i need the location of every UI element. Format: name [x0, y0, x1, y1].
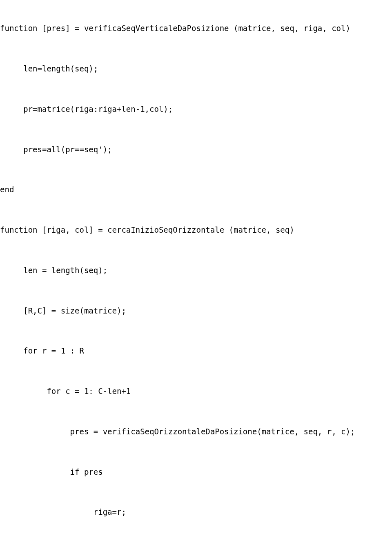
- code-line: riga=r;: [0, 507, 392, 517]
- code-line: if pres: [0, 467, 392, 477]
- code-line: function [pres] = verificaSeqVerticaleDa…: [0, 23, 392, 33]
- code-line: pres = verificaSeqOrizzontaleDaPosizione…: [0, 427, 392, 437]
- code-line: end: [0, 185, 392, 195]
- code-line: pr=matrice(riga:riga+len-1,col);: [0, 104, 392, 114]
- code-line: for r = 1 : R: [0, 346, 392, 356]
- code-line: pres=all(pr==seq');: [0, 145, 392, 155]
- code-block: function [pres] = verificaSeqVerticaleDa…: [0, 3, 392, 547]
- code-line: function [riga, col] = cercaInizioSeqOri…: [0, 225, 392, 235]
- code-line: for c = 1: C-len+1: [0, 386, 392, 396]
- code-line: len = length(seq);: [0, 265, 392, 276]
- code-line: len=length(seq);: [0, 64, 392, 74]
- code-line: [R,C] = size(matrice);: [0, 306, 392, 316]
